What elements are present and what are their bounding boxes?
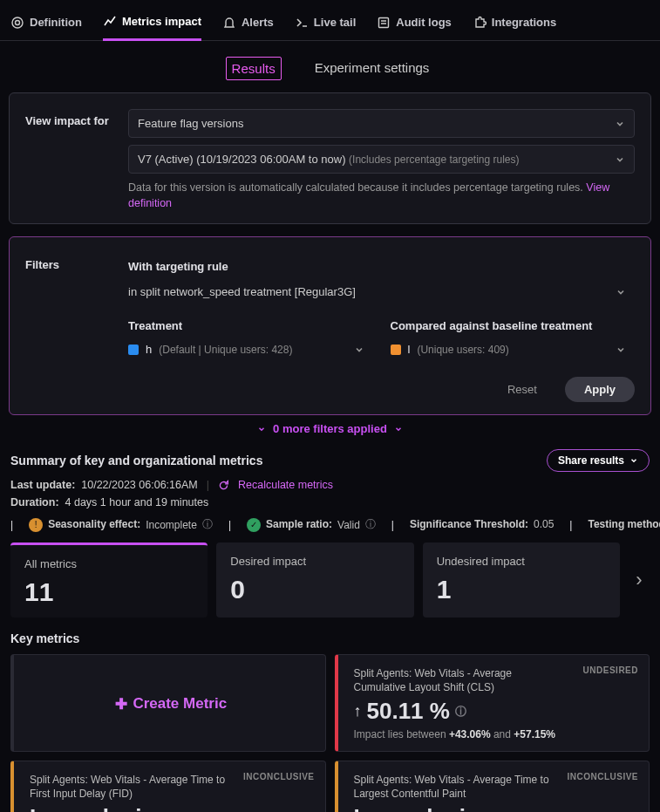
card-value: Inconclusive [30, 804, 167, 812]
metric-card-cls[interactable]: UNDESIRED Split Agents: Web Vitals - Ave… [335, 654, 650, 752]
nav-label: Integrations [492, 16, 556, 29]
nav-label: Alerts [242, 16, 274, 29]
card-value: 50.11 % [367, 698, 450, 725]
more-filters-toggle[interactable]: 0 more filters applied [0, 422, 660, 435]
chevron-down-icon [257, 425, 266, 433]
sub-nav: Results Experiment settings [0, 41, 660, 92]
nav-label: Metrics impact [122, 15, 201, 28]
nav-label: Live tail [314, 16, 356, 29]
tab-label: Undesired impact [437, 555, 606, 568]
tab-experiment-settings[interactable]: Experiment settings [310, 57, 435, 80]
tab-undesired-impact[interactable]: Undesired impact 1 [423, 542, 620, 618]
arrow-up-icon: ↑ [354, 702, 362, 720]
reset-button[interactable]: Reset [488, 377, 556, 402]
chip-seasonality: ! Seasonality effect: Incomplete ⓘ [29, 517, 213, 532]
puzzle-icon [473, 16, 486, 30]
card-value: Inconclusive [354, 804, 492, 812]
chevron-down-icon [629, 456, 638, 465]
chevron-right-icon: › [636, 569, 642, 591]
nav-label: Definition [30, 16, 82, 29]
status-chips: | ! Seasonality effect: Incomplete ⓘ | ✓… [0, 514, 660, 542]
card-range: Impact lies between +43.06% and +57.15% [354, 728, 637, 740]
terminal-icon [295, 16, 309, 30]
create-label: Create Metric [133, 695, 227, 713]
apply-button[interactable]: Apply [565, 377, 635, 402]
bell-icon [222, 16, 236, 30]
status-badge: INCONCLUSIVE [567, 772, 638, 781]
top-nav: Definition Metrics impact Alerts Live ta… [0, 0, 660, 41]
baseline-select[interactable]: l (Unique users: 409) [391, 338, 636, 361]
nav-live-tail[interactable]: Live tail [295, 16, 356, 40]
nav-metrics-impact[interactable]: Metrics impact [103, 14, 201, 41]
svg-rect-2 [379, 17, 389, 27]
nav-audit-logs[interactable]: Audit logs [377, 16, 452, 40]
tab-label: Desired impact [230, 555, 399, 568]
select-value: in split network_speed treatment [Regula… [128, 285, 356, 298]
tab-value: 0 [230, 575, 399, 604]
chart-icon [103, 14, 117, 28]
tab-value: 1 [437, 575, 606, 604]
chip-sample-ratio: ✓ Sample ratio: Valid ⓘ [247, 517, 376, 532]
chevron-down-icon [615, 154, 625, 165]
chevron-down-icon [354, 345, 364, 355]
chevron-down-icon [394, 425, 403, 433]
key-metrics-title: Key metrics [0, 618, 660, 654]
card-title: Split Agents: Web Vitals - Average Cumul… [354, 667, 552, 694]
share-results-button[interactable]: Share results [547, 449, 650, 472]
metric-tabs: All metrics 11 Desired impact 0 Undesire… [0, 542, 660, 618]
targeting-rule-label: With targeting rule [128, 260, 635, 273]
swatch-icon [128, 345, 139, 355]
info-icon[interactable]: ⓘ [202, 517, 213, 532]
target-icon [10, 16, 24, 30]
baseline-label: Compared against baseline treatment [391, 319, 636, 332]
last-update-label: Last update: [10, 479, 75, 491]
treatment-meta: (Default | Unique users: 428) [159, 344, 292, 356]
baseline-name: l [408, 343, 411, 356]
card-title: Split Agents: Web Vitals - Average Time … [354, 774, 552, 801]
more-filters-label: 0 more filters applied [273, 422, 387, 435]
chip-significance: Significance Threshold: 0.05 [410, 518, 554, 530]
feature-flag-select[interactable]: Feature flag versions [128, 109, 635, 138]
tabs-next-button[interactable]: › [629, 542, 650, 618]
view-impact-label: View impact for [25, 109, 112, 127]
last-update-value: 10/22/2023 06:06:16AM [81, 479, 197, 491]
create-metric-card[interactable]: ✚ Create Metric [10, 654, 326, 752]
view-impact-panel: View impact for Feature flag versions V7… [9, 92, 651, 224]
svg-point-0 [12, 17, 23, 28]
nav-alerts[interactable]: Alerts [222, 16, 274, 40]
recalculate-link[interactable]: Recalculate metrics [238, 479, 333, 491]
share-label: Share results [558, 454, 624, 467]
treatment-select[interactable]: h (Default | Unique users: 428) [128, 338, 373, 361]
tab-label: All metrics [24, 557, 194, 570]
targeting-rule-select[interactable]: in split network_speed treatment [Regula… [128, 278, 635, 305]
status-badge: INCONCLUSIVE [243, 772, 315, 781]
select-value: V7 (Active) (10/19/2023 06:00AM to now) [138, 153, 345, 166]
refresh-icon [218, 480, 229, 491]
tab-results[interactable]: Results [226, 57, 282, 80]
summary-title: Summary of key and organizational metric… [10, 454, 262, 467]
nav-definition[interactable]: Definition [10, 16, 82, 40]
metric-card-lcp[interactable]: INCONCLUSIVE Split Agents: Web Vitals - … [335, 761, 650, 812]
version-select[interactable]: V7 (Active) (10/19/2023 06:00AM to now) … [128, 145, 635, 174]
info-icon[interactable]: ⓘ [365, 517, 376, 532]
tab-all-metrics[interactable]: All metrics 11 [10, 542, 208, 618]
nav-integrations[interactable]: Integrations [473, 16, 556, 40]
metric-cards: ✚ Create Metric UNDESIRED Split Agents: … [0, 654, 660, 812]
tab-desired-impact[interactable]: Desired impact 0 [216, 542, 413, 618]
select-note: (Includes percentage targeting rules) [349, 154, 519, 166]
select-value: Feature flag versions [138, 117, 243, 130]
treatment-name: h [146, 343, 152, 356]
version-hint: Data for this version is automatically c… [128, 181, 635, 211]
status-badge: UNDESIRED [583, 665, 638, 675]
list-icon [377, 16, 391, 30]
chip-testing-method: Testing method: Sequential testing [588, 518, 660, 530]
svg-point-1 [16, 20, 20, 24]
filters-label: Filters [25, 253, 112, 271]
card-title: Split Agents: Web Vitals - Average Time … [30, 774, 228, 801]
plus-icon: ✚ [115, 695, 127, 713]
check-icon: ✓ [247, 518, 261, 532]
duration-label: Duration: [10, 496, 59, 508]
filters-panel: Filters With targeting rule in split net… [9, 236, 651, 415]
metric-card-fid[interactable]: INCONCLUSIVE Split Agents: Web Vitals - … [10, 761, 326, 812]
info-icon[interactable]: ⓘ [455, 704, 466, 720]
